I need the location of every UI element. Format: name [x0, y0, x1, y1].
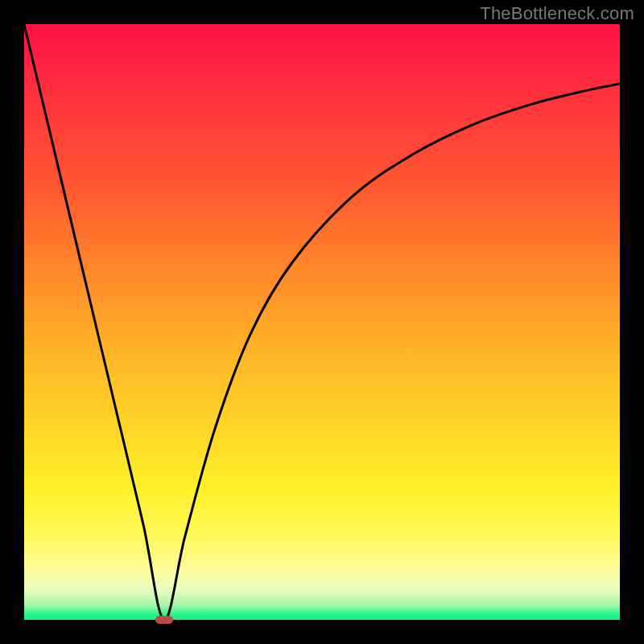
bottleneck-curve	[24, 24, 620, 620]
minimum-marker	[155, 616, 173, 624]
chart-frame: TheBottleneck.com	[0, 0, 644, 644]
watermark-text: TheBottleneck.com	[480, 3, 634, 24]
plot-area	[24, 24, 620, 620]
